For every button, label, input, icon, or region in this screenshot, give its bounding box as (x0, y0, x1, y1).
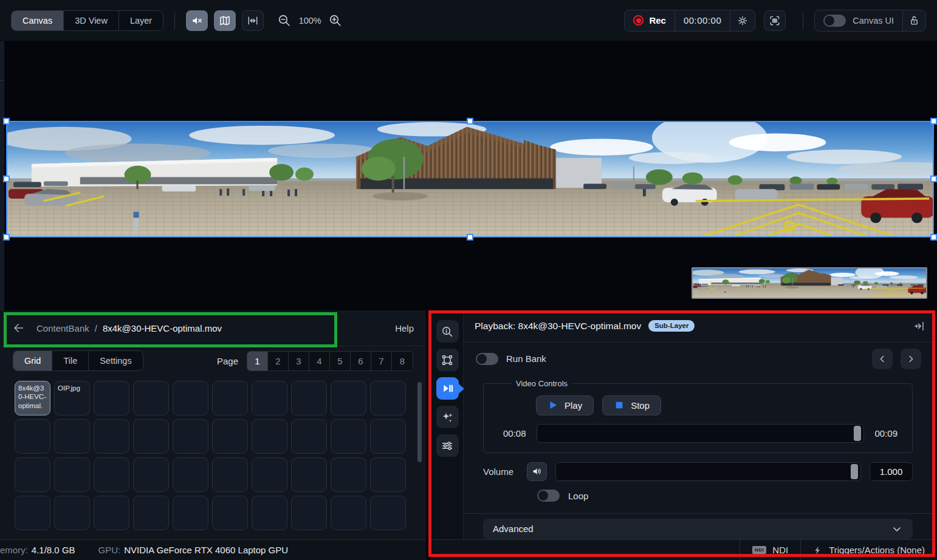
canvas-ui-toggle[interactable]: Canvas UI (815, 10, 902, 31)
content-slot-empty[interactable] (15, 496, 50, 530)
canvas-ui-toggle-switch[interactable] (823, 15, 846, 27)
run-bank-toggle[interactable] (476, 353, 498, 365)
playback-tool-button[interactable] (436, 377, 459, 400)
grid-scrollbar[interactable] (417, 382, 422, 462)
fit-width-button[interactable] (242, 10, 264, 31)
content-slot-empty[interactable] (212, 496, 248, 530)
content-slot-empty[interactable] (291, 496, 327, 530)
breadcrumb-root[interactable]: ContentBank (36, 323, 89, 333)
mute-button[interactable] (186, 10, 208, 31)
tab-3d-view[interactable]: 3D View (64, 11, 119, 30)
tab-canvas[interactable]: Canvas (12, 11, 64, 30)
content-item[interactable]: OIP.jpg (54, 381, 90, 415)
page-button-5[interactable]: 5 (330, 352, 351, 370)
stop-button[interactable]: Stop (602, 395, 661, 415)
selection-handle-top-center[interactable] (467, 118, 473, 125)
triggers-actions-status[interactable]: Triggers/Actions (None) (801, 540, 937, 560)
volume-slider-handle[interactable] (851, 464, 858, 479)
content-slot-empty[interactable] (252, 496, 287, 530)
speaker-button[interactable] (527, 462, 547, 481)
selection-handle-mid-right[interactable] (930, 176, 937, 182)
map-button[interactable] (214, 10, 236, 31)
page-button-1[interactable]: 1 (247, 352, 268, 370)
content-slot-empty[interactable] (370, 496, 406, 530)
volume-slider[interactable] (555, 462, 861, 481)
lock-button[interactable] (902, 10, 925, 31)
content-slot-empty[interactable] (331, 496, 366, 530)
record-button[interactable]: Rec (625, 10, 674, 31)
loop-toggle[interactable] (537, 490, 560, 502)
content-slot-empty[interactable] (291, 419, 327, 454)
content-slot-empty[interactable] (212, 457, 248, 492)
selected-layer-content[interactable] (6, 121, 934, 237)
content-slot-empty[interactable] (212, 381, 248, 415)
content-slot-empty[interactable] (331, 457, 366, 492)
play-button[interactable]: Play (536, 395, 594, 415)
back-button[interactable] (12, 321, 26, 335)
tab-settings[interactable]: Settings (89, 351, 142, 370)
adjustments-tool-button[interactable] (436, 434, 459, 457)
content-slot-empty[interactable] (133, 457, 169, 492)
screenshot-button[interactable] (764, 10, 786, 31)
content-slot-empty[interactable] (370, 381, 406, 415)
content-slot-empty[interactable] (133, 419, 169, 454)
content-slot-empty[interactable] (173, 496, 208, 530)
content-slot-empty[interactable] (252, 381, 287, 415)
zoom-out-button[interactable] (277, 13, 292, 28)
content-slot-empty[interactable] (331, 381, 366, 415)
selection-handle-top-left[interactable] (3, 118, 10, 125)
content-slot-empty[interactable] (54, 419, 90, 454)
page-button-8[interactable]: 8 (392, 352, 413, 370)
content-slot-empty[interactable] (252, 419, 287, 454)
content-slot-empty[interactable] (173, 381, 208, 415)
tab-tile[interactable]: Tile (52, 351, 89, 370)
selection-handle-bottom-left[interactable] (3, 234, 10, 241)
content-item[interactable]: 8x4k@30-HEVC-optimal. (15, 381, 50, 415)
page-button-3[interactable]: 3 (289, 352, 309, 370)
content-slot-empty[interactable] (291, 457, 327, 492)
tab-layer[interactable]: Layer (119, 11, 163, 30)
content-slot-empty[interactable] (370, 457, 406, 492)
content-slot-empty[interactable] (173, 457, 208, 492)
content-slot-empty[interactable] (15, 419, 50, 454)
timeline-slider-handle[interactable] (854, 426, 861, 441)
help-link[interactable]: Help (395, 323, 414, 333)
timeline-slider[interactable] (537, 424, 865, 443)
selection-handle-top-right[interactable] (930, 118, 937, 125)
previous-bank-button[interactable] (872, 349, 893, 369)
transform-tool-button[interactable] (436, 349, 459, 371)
inspect-tool-button[interactable] (436, 320, 459, 343)
content-slot-empty[interactable] (252, 457, 287, 492)
record-settings-button[interactable] (730, 10, 755, 31)
zoom-in-button[interactable] (328, 13, 343, 28)
effects-tool-button[interactable] (436, 406, 459, 428)
content-slot-empty[interactable] (133, 496, 169, 530)
page-button-4[interactable]: 4 (309, 352, 330, 370)
content-slot-empty[interactable] (370, 419, 406, 454)
content-slot-empty[interactable] (54, 496, 90, 530)
tab-grid[interactable]: Grid (13, 351, 52, 370)
content-slot-empty[interactable] (212, 419, 248, 454)
content-slot-empty[interactable] (331, 419, 366, 454)
advanced-expander[interactable]: Advanced (483, 519, 913, 539)
canvas-viewport[interactable] (0, 41, 937, 311)
selection-handle-bottom-right[interactable] (930, 234, 937, 241)
content-slot-empty[interactable] (94, 381, 129, 415)
content-slot-empty[interactable] (133, 381, 169, 415)
preview-thumbnail[interactable] (692, 267, 927, 299)
page-button-2[interactable]: 2 (268, 352, 289, 370)
content-slot-empty[interactable] (54, 457, 90, 492)
next-bank-button[interactable] (901, 349, 921, 369)
content-slot-empty[interactable] (173, 419, 208, 454)
content-slot-empty[interactable] (94, 496, 129, 530)
page-button-6[interactable]: 6 (351, 352, 371, 370)
page-button-7[interactable]: 7 (371, 352, 392, 370)
collapse-panel-button[interactable] (913, 319, 926, 333)
selection-handle-bottom-center[interactable] (467, 234, 473, 241)
content-slot-empty[interactable] (94, 419, 129, 454)
content-slot-empty[interactable] (94, 457, 129, 492)
content-slot-empty[interactable] (291, 381, 327, 415)
ndi-status[interactable]: NDI NDI (740, 540, 800, 560)
content-slot-empty[interactable] (15, 457, 50, 492)
selection-handle-mid-left[interactable] (3, 176, 10, 182)
